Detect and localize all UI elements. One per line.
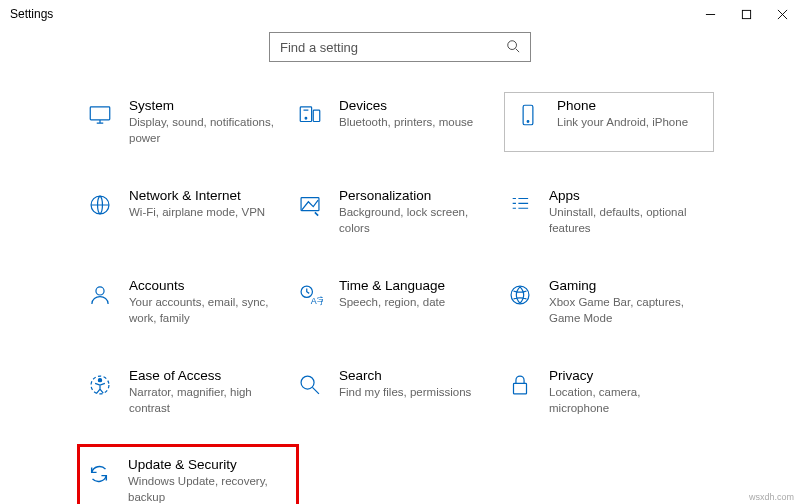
tile-system[interactable]: System Display, sound, notifications, po… <box>85 92 295 152</box>
svg-point-10 <box>96 287 104 295</box>
tile-title: Update & Security <box>128 457 280 472</box>
ease-icon <box>85 370 115 400</box>
svg-point-1 <box>508 40 517 49</box>
display-icon <box>85 100 115 130</box>
tile-accounts[interactable]: Accounts Your accounts, email, sync, wor… <box>85 272 295 332</box>
search-input[interactable]: Find a setting <box>269 32 531 62</box>
svg-point-16 <box>301 376 314 389</box>
tile-apps[interactable]: Apps Uninstall, defaults, optional featu… <box>505 182 715 242</box>
tile-desc: Wi-Fi, airplane mode, VPN <box>129 205 279 221</box>
svg-point-7 <box>527 121 529 123</box>
tile-devices[interactable]: Devices Bluetooth, printers, mouse <box>295 92 505 152</box>
tile-privacy[interactable]: Privacy Location, camera, microphone <box>505 362 715 422</box>
time-language-icon: A字 <box>295 280 325 310</box>
settings-grid: System Display, sound, notifications, po… <box>0 92 800 504</box>
tile-desc: Xbox Game Bar, captures, Game Mode <box>549 295 699 326</box>
svg-text:A字: A字 <box>311 296 323 306</box>
globe-icon <box>85 190 115 220</box>
tile-title: Time & Language <box>339 278 489 293</box>
svg-rect-0 <box>742 10 750 18</box>
svg-point-5 <box>305 117 307 119</box>
tile-desc: Display, sound, notifications, power <box>129 115 279 146</box>
tile-update-security[interactable]: Update & Security Windows Update, recove… <box>77 444 299 504</box>
tile-desc: Speech, region, date <box>339 295 489 311</box>
devices-icon <box>295 100 325 130</box>
tile-desc: Background, lock screen, colors <box>339 205 489 236</box>
tile-title: System <box>129 98 279 113</box>
search-cat-icon <box>295 370 325 400</box>
window-title: Settings <box>10 7 53 21</box>
tile-title: Privacy <box>549 368 699 383</box>
svg-point-13 <box>511 286 529 304</box>
tile-desc: Uninstall, defaults, optional features <box>549 205 699 236</box>
minimize-button[interactable] <box>692 0 728 28</box>
tile-title: Network & Internet <box>129 188 279 203</box>
watermark: wsxdh.com <box>749 492 794 502</box>
person-icon <box>85 280 115 310</box>
apps-icon <box>505 190 535 220</box>
tile-phone[interactable]: Phone Link your Android, iPhone <box>504 92 714 152</box>
tile-network[interactable]: Network & Internet Wi-Fi, airplane mode,… <box>85 182 295 242</box>
svg-rect-17 <box>514 383 527 394</box>
tile-ease-of-access[interactable]: Ease of Access Narrator, magnifier, high… <box>85 362 295 422</box>
tile-title: Search <box>339 368 489 383</box>
search-placeholder: Find a setting <box>280 40 506 55</box>
tile-gaming[interactable]: Gaming Xbox Game Bar, captures, Game Mod… <box>505 272 715 332</box>
phone-icon <box>513 100 543 130</box>
tile-desc: Narrator, magnifier, high contrast <box>129 385 279 416</box>
tile-search[interactable]: Search Find my files, permissions <box>295 362 505 422</box>
search-wrap: Find a setting <box>0 32 800 62</box>
svg-rect-2 <box>90 107 110 120</box>
tile-personalization[interactable]: Personalization Background, lock screen,… <box>295 182 505 242</box>
tile-title: Personalization <box>339 188 489 203</box>
tile-desc: Link your Android, iPhone <box>557 115 698 131</box>
window-controls <box>692 0 800 28</box>
paint-icon <box>295 190 325 220</box>
tile-desc: Location, camera, microphone <box>549 385 699 416</box>
tile-title: Accounts <box>129 278 279 293</box>
tile-title: Apps <box>549 188 699 203</box>
maximize-button[interactable] <box>728 0 764 28</box>
tile-title: Ease of Access <box>129 368 279 383</box>
tile-title: Phone <box>557 98 698 113</box>
tile-desc: Windows Update, recovery, backup <box>128 474 280 504</box>
close-button[interactable] <box>764 0 800 28</box>
tile-desc: Your accounts, email, sync, work, family <box>129 295 279 326</box>
update-icon <box>84 459 114 489</box>
search-icon <box>506 39 520 56</box>
titlebar: Settings <box>0 0 800 28</box>
tile-desc: Find my files, permissions <box>339 385 489 401</box>
tile-title: Gaming <box>549 278 699 293</box>
tile-desc: Bluetooth, printers, mouse <box>339 115 489 131</box>
lock-icon <box>505 370 535 400</box>
svg-point-15 <box>98 379 101 382</box>
gaming-icon <box>505 280 535 310</box>
tile-time-language[interactable]: A字 Time & Language Speech, region, date <box>295 272 505 332</box>
tile-title: Devices <box>339 98 489 113</box>
svg-rect-4 <box>313 110 320 121</box>
